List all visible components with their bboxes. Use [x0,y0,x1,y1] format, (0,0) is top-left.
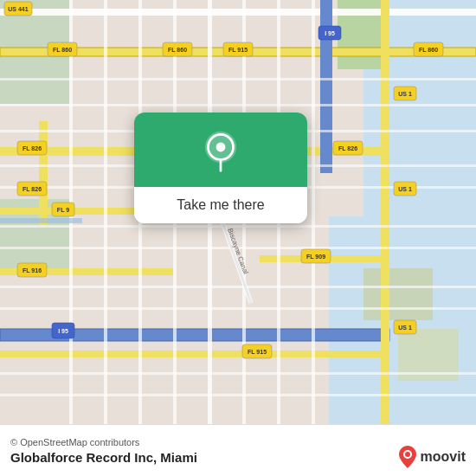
svg-text:FL 826: FL 826 [23,186,42,192]
svg-rect-22 [104,0,107,424]
svg-text:FL 916: FL 916 [23,267,42,273]
svg-point-81 [216,143,226,152]
moovit-logo: moovit [398,445,466,469]
svg-rect-28 [312,0,315,424]
svg-rect-34 [0,225,476,228]
svg-rect-36 [0,286,476,288]
svg-text:FL 909: FL 909 [306,254,325,260]
place-name: Globalforce Record Inc, Miami [10,450,197,465]
popup-card: Take me there [134,113,307,223]
svg-rect-38 [0,372,476,375]
moovit-pin-icon [398,445,417,469]
svg-rect-37 [0,307,476,310]
map-container[interactable]: US 441 FL 860 FL 860 I 95 FL 860 FL 826 … [0,0,476,424]
moovit-text: moovit [421,449,466,465]
take-me-there-button[interactable]: Take me there [134,187,307,223]
svg-text:US 1: US 1 [398,186,412,192]
svg-text:US 1: US 1 [398,325,412,331]
svg-rect-15 [0,351,389,357]
svg-text:US 1: US 1 [398,91,412,97]
svg-text:FL 915: FL 915 [228,47,248,53]
popup-green-area [134,113,307,187]
svg-text:FL 826: FL 826 [23,145,42,151]
svg-rect-20 [39,121,48,225]
svg-text:FL 915: FL 915 [248,349,267,355]
bottom-bar: © OpenStreetMap contributors Globalforce… [0,424,476,476]
svg-text:I 95: I 95 [325,30,335,36]
svg-rect-6 [363,268,433,320]
svg-rect-30 [0,104,476,106]
svg-rect-19 [381,0,389,424]
svg-text:FL 826: FL 826 [338,145,357,151]
svg-text:FL 9: FL 9 [57,207,69,213]
svg-text:I 95: I 95 [58,328,68,334]
location-pin-icon [199,130,242,173]
svg-rect-29 [0,78,476,80]
svg-point-83 [405,452,410,457]
svg-text:US 441: US 441 [8,6,28,12]
svg-rect-39 [0,394,476,396]
svg-text:FL 860: FL 860 [419,47,438,53]
svg-text:FL 860: FL 860 [168,47,187,53]
svg-text:FL 860: FL 860 [53,47,72,53]
